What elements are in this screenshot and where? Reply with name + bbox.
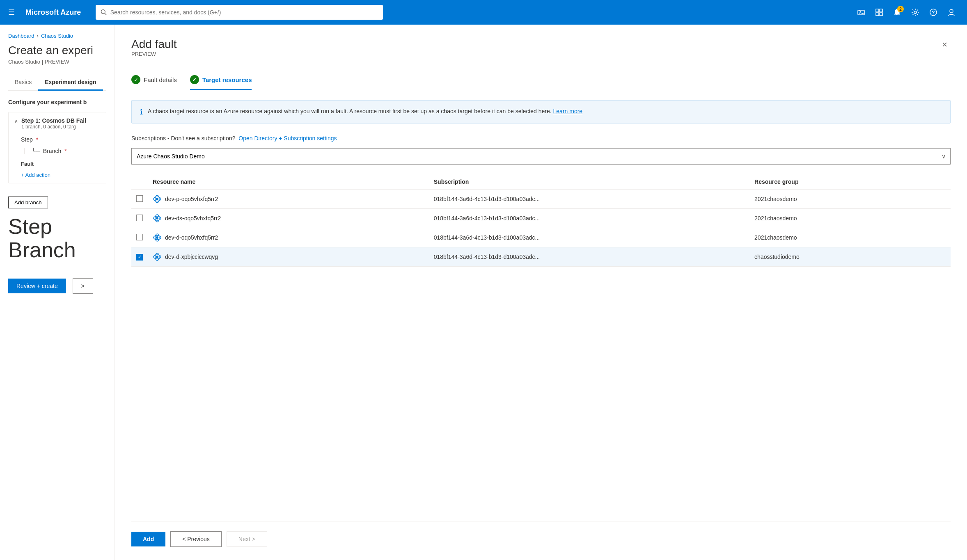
info-text: A chaos target resource is an Azure reso…	[148, 107, 582, 116]
step-card-header: ∧ Step 1: Cosmos DB Fail 1 branch, 0 act…	[14, 117, 100, 130]
svg-point-11	[950, 9, 953, 13]
row-4-checkbox[interactable]: ✓	[136, 254, 143, 261]
dialog-header: Add fault PREVIEW ×	[131, 38, 951, 67]
breadcrumb-dashboard[interactable]: Dashboard	[8, 33, 34, 39]
next-small-button[interactable]: >	[73, 278, 93, 294]
svg-point-8	[914, 11, 917, 14]
breadcrumb-sep: ›	[37, 33, 39, 39]
step-info: Step 1: Cosmos DB Fail 1 branch, 0 actio…	[21, 117, 100, 130]
add-button[interactable]: Add	[131, 532, 165, 546]
svg-point-23	[156, 256, 158, 258]
notifications-button[interactable]: 2	[890, 5, 905, 20]
subscription-row: Subscriptions - Don't see a subscription…	[131, 135, 951, 142]
next-button: Next >	[227, 531, 267, 547]
subscription-label: Subscriptions - Don't see a subscription…	[131, 135, 235, 142]
step-chevron-icon[interactable]: ∧	[14, 118, 18, 124]
cosmos-db-icon	[153, 214, 162, 223]
table-row[interactable]: ✓ dev-d-xpbjcciccwqvg 018bf144-3a6d-	[131, 247, 951, 267]
svg-rect-5	[880, 9, 882, 12]
branch-text: Branch	[8, 238, 106, 262]
svg-rect-7	[880, 13, 882, 16]
row-1-name-cell: dev-p-oqo5vhxfq5rr2	[148, 190, 429, 209]
step-text: Step	[8, 215, 106, 238]
dialog-title: Add fault	[131, 38, 177, 51]
tab-basics[interactable]: Basics	[8, 75, 38, 91]
account-button[interactable]	[944, 5, 959, 20]
help-button[interactable]: ?	[926, 5, 941, 20]
row-1-resource-name: dev-p-oqo5vhxfq5rr2	[153, 194, 424, 203]
bottom-buttons: Review + create >	[8, 270, 106, 294]
main-tabs: Basics Experiment design	[8, 75, 106, 91]
step-label-row: Step *	[21, 136, 100, 143]
review-create-button[interactable]: Review + create	[8, 279, 66, 293]
step-branch-visual: Step Branch	[8, 215, 106, 262]
col-header-checkbox	[131, 174, 148, 190]
svg-point-0	[101, 10, 105, 14]
step-tree: Step * └─ Branch * Fault + Add action	[14, 136, 100, 178]
row-2-resource-group: 2021chaosdemo	[749, 209, 951, 228]
row-2-name-cell: dev-ds-oqo5vhxfq5rr2	[148, 209, 429, 228]
subscription-dropdown[interactable]: Azure Chaos Studio Demo	[131, 148, 951, 165]
row-1-checkbox-cell[interactable]	[131, 190, 148, 209]
row-4-resource-group: chaosstudiodemo	[749, 247, 951, 267]
previous-button[interactable]: < Previous	[170, 531, 222, 547]
row-3-checkbox-cell[interactable]	[131, 228, 148, 247]
row-4-resource-name: dev-d-xpbjcciccwqvg	[153, 252, 424, 261]
search-icon	[101, 9, 107, 16]
fault-details-check-icon: ✓	[131, 75, 140, 84]
learn-more-link[interactable]: Learn more	[553, 108, 583, 114]
col-header-resource-group: Resource group	[749, 174, 951, 190]
row-2-checkbox[interactable]	[136, 215, 143, 221]
add-fault-dialog: Add fault PREVIEW × ✓ Fault details ✓ Ta…	[115, 25, 967, 560]
breadcrumb: Dashboard › Chaos Studio	[8, 33, 106, 39]
target-resources-label: Target resources	[202, 76, 252, 83]
table-row[interactable]: dev-d-oqo5vhxfq5rr2 018bf144-3a6d-4c13-b…	[131, 228, 951, 247]
add-action-label: + Add action	[21, 172, 50, 178]
fault-label: Fault	[21, 161, 100, 167]
row-2-resource-name: dev-ds-oqo5vhxfq5rr2	[153, 214, 424, 223]
dialog-footer: Add < Previous Next >	[131, 521, 951, 547]
add-branch-button[interactable]: Add branch	[8, 197, 48, 208]
svg-rect-4	[876, 9, 879, 12]
add-branch-label: Add branch	[14, 199, 42, 206]
portal-menu-button[interactable]	[872, 5, 887, 20]
cosmos-db-icon	[153, 194, 162, 203]
svg-rect-6	[876, 13, 879, 16]
svg-line-1	[105, 13, 106, 15]
help-icon: ?	[929, 8, 937, 16]
wizard-tab-target-resources[interactable]: ✓ Target resources	[190, 70, 252, 90]
col-header-subscription: Subscription	[429, 174, 749, 190]
left-panel: Dashboard › Chaos Studio Create an exper…	[0, 25, 115, 560]
info-box: ℹ A chaos target resource is an Azure re…	[131, 100, 951, 123]
row-4-checkbox-cell[interactable]: ✓	[131, 247, 148, 267]
top-navigation: ☰ Microsoft Azure	[0, 0, 967, 25]
row-2-checkbox-cell[interactable]	[131, 209, 148, 228]
add-action-button[interactable]: + Add action	[21, 172, 50, 178]
dialog-preview-label: PREVIEW	[131, 51, 177, 57]
table-row[interactable]: dev-ds-oqo5vhxfq5rr2 018bf144-3a6d-4c13-…	[131, 209, 951, 228]
settings-button[interactable]	[908, 5, 923, 20]
step-name: Step 1: Cosmos DB Fail	[21, 117, 100, 124]
main-wrapper: Dashboard › Chaos Studio Create an exper…	[0, 25, 967, 560]
open-directory-link[interactable]: Open Directory + Subscription settings	[238, 135, 337, 142]
dialog-title-block: Add fault PREVIEW	[131, 38, 177, 67]
subscription-dropdown-wrapper[interactable]: Azure Chaos Studio Demo ∨	[131, 148, 951, 165]
wizard-tab-fault-details[interactable]: ✓ Fault details	[131, 70, 177, 90]
cosmos-db-icon	[153, 252, 162, 261]
hamburger-icon[interactable]: ☰	[8, 8, 15, 17]
tab-experiment-design[interactable]: Experiment design	[38, 75, 103, 91]
table-row[interactable]: dev-p-oqo5vhxfq5rr2 018bf144-3a6d-4c13-b…	[131, 190, 951, 209]
row-3-name-cell: dev-d-oqo5vhxfq5rr2	[148, 228, 429, 247]
search-input[interactable]	[110, 9, 378, 16]
nav-icons: 2 ?	[854, 5, 959, 20]
search-bar[interactable]	[96, 5, 383, 20]
close-dialog-button[interactable]: ×	[939, 38, 951, 52]
resources-table: Resource name Subscription Resource grou…	[131, 174, 951, 267]
row-3-checkbox[interactable]	[136, 234, 143, 240]
row-1-checkbox[interactable]	[136, 195, 143, 202]
fault-details-label: Fault details	[144, 76, 177, 83]
branch-required-marker: *	[64, 148, 66, 154]
step-meta: 1 branch, 0 action, 0 targ	[21, 124, 100, 130]
cloud-shell-button[interactable]	[854, 5, 868, 20]
breadcrumb-chaos-studio[interactable]: Chaos Studio	[41, 33, 73, 39]
